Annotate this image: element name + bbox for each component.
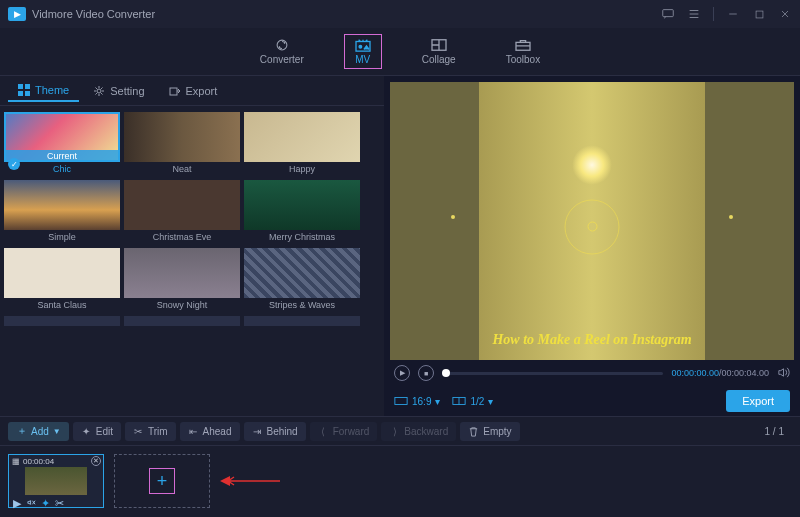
add-button[interactable]: ＋ Add ▼ xyxy=(8,422,69,441)
svg-rect-1 xyxy=(756,11,763,18)
chevron-down-icon: ▼ xyxy=(53,427,61,436)
clip-remove-icon[interactable]: ✕ xyxy=(91,456,101,466)
theme-happy-label: Happy xyxy=(244,162,360,178)
play-button[interactable]: ▶ xyxy=(394,365,410,381)
theme-chic-label: Chic xyxy=(4,162,120,178)
ahead-button[interactable]: ⇤ Ahead xyxy=(180,422,240,441)
forward-label: Forward xyxy=(333,426,370,437)
theme-merry-christmas-label: Merry Christmas xyxy=(244,230,360,246)
trim-button[interactable]: ✂ Trim xyxy=(125,422,176,441)
nav-collage-label: Collage xyxy=(422,54,456,65)
subtabs: Theme Setting Export xyxy=(0,76,384,106)
collage-icon xyxy=(430,38,448,52)
export-button[interactable]: Export xyxy=(726,390,790,412)
theme-chic-thumb: Current xyxy=(4,112,120,162)
main-nav: Converter MV Collage Toolbox xyxy=(0,28,800,76)
subtab-export-label: Export xyxy=(186,85,218,97)
aspect-ratio-selector[interactable]: 16:9 ▾ xyxy=(394,396,440,407)
svg-rect-10 xyxy=(25,91,30,96)
trash-icon xyxy=(468,426,479,437)
stop-button[interactable]: ■ xyxy=(418,365,434,381)
theme-merry-christmas[interactable]: Merry Christmas xyxy=(244,180,360,246)
clip-effect-icon[interactable]: ✦ xyxy=(41,497,50,506)
theme-simple-thumb xyxy=(4,180,120,230)
theme-stripes-thumb xyxy=(244,248,360,298)
theme-merry-christmas-thumb xyxy=(244,180,360,230)
forward-icon: ⟨ xyxy=(318,426,329,437)
view-icon xyxy=(452,396,466,406)
seek-bar[interactable] xyxy=(442,372,663,375)
theme-santa-thumb xyxy=(4,248,120,298)
backward-button[interactable]: ⟩ Backward xyxy=(381,422,456,441)
film-icon: ▦ xyxy=(12,457,20,466)
nav-mv-label: MV xyxy=(355,54,370,65)
titlebar: ▶ Vidmore Video Converter xyxy=(0,0,800,28)
view-selector[interactable]: 1/2 ▾ xyxy=(452,396,493,407)
app-logo-icon: ▶ xyxy=(8,7,26,21)
aspect-value: 16:9 xyxy=(412,396,431,407)
left-panel: Theme Setting Export Current ✓ Chic xyxy=(0,76,384,416)
theme-snowy[interactable]: Snowy Night xyxy=(124,248,240,314)
theme-happy-thumb xyxy=(244,112,360,162)
theme-neat-thumb xyxy=(124,112,240,162)
theme-santa[interactable]: Santa Claus xyxy=(4,248,120,314)
behind-label: Behind xyxy=(267,426,298,437)
seek-handle[interactable] xyxy=(442,369,450,377)
time-total: 00:00:04.00 xyxy=(721,368,769,378)
annotation-arrow-icon xyxy=(220,475,280,487)
theme-grid: Current ✓ Chic Neat Happy Simple xyxy=(0,106,384,416)
timeline-clip[interactable]: ▦ 00:00:04 ✕ ▶ ✦ ✂ xyxy=(8,454,104,508)
timeline: ▦ 00:00:04 ✕ ▶ ✦ ✂ + xyxy=(0,446,800,516)
clip-play-icon[interactable]: ▶ xyxy=(13,497,22,506)
add-label: Add xyxy=(31,426,49,437)
theme-snowy-thumb xyxy=(124,248,240,298)
subtab-setting[interactable]: Setting xyxy=(83,81,154,101)
theme-christmas-eve[interactable]: Christmas Eve xyxy=(124,180,240,246)
backward-label: Backward xyxy=(404,426,448,437)
theme-stripes[interactable]: Stripes & Waves xyxy=(244,248,360,314)
close-icon[interactable] xyxy=(778,7,792,21)
theme-neat[interactable]: Neat xyxy=(124,112,240,178)
clip-mute-icon[interactable] xyxy=(27,497,36,506)
theme-more-2[interactable] xyxy=(124,316,240,326)
theme-happy[interactable]: Happy xyxy=(244,112,360,178)
preview-controls: ▶ ■ 00:00:00.00/00:00:04.00 xyxy=(384,360,800,386)
minimize-icon[interactable] xyxy=(726,7,740,21)
theme-simple[interactable]: Simple xyxy=(4,180,120,246)
time-current: 00:00:00.00 xyxy=(671,368,719,378)
edit-button[interactable]: ✦ Edit xyxy=(73,422,121,441)
theme-chic[interactable]: Current ✓ Chic xyxy=(4,112,120,178)
theme-neat-label: Neat xyxy=(124,162,240,178)
nav-toolbox-label: Toolbox xyxy=(506,54,540,65)
behind-button[interactable]: ⇥ Behind xyxy=(244,422,306,441)
subtab-theme[interactable]: Theme xyxy=(8,80,79,102)
theme-more-3[interactable] xyxy=(244,316,360,326)
chevron-down-icon: ▾ xyxy=(435,396,440,407)
volume-icon[interactable] xyxy=(777,366,790,381)
nav-toolbox[interactable]: Toolbox xyxy=(496,34,550,69)
forward-button[interactable]: ⟨ Forward xyxy=(310,422,378,441)
preview-viewport[interactable]: How to Make a Reel on Instagram xyxy=(390,82,794,360)
empty-button[interactable]: Empty xyxy=(460,422,519,441)
preview-dot xyxy=(729,215,733,219)
divider xyxy=(713,7,714,21)
subtab-export[interactable]: Export xyxy=(159,81,228,101)
svg-rect-7 xyxy=(18,84,23,89)
nav-collage[interactable]: Collage xyxy=(412,34,466,69)
theme-more-1[interactable] xyxy=(4,316,120,326)
nav-mv[interactable]: MV xyxy=(344,34,382,69)
add-clip-slot[interactable]: + xyxy=(114,454,210,508)
gear-icon xyxy=(93,85,105,97)
toolbox-icon xyxy=(514,38,532,52)
svg-rect-0 xyxy=(663,10,674,17)
maximize-icon[interactable] xyxy=(752,7,766,21)
clip-duration: 00:00:04 xyxy=(23,457,54,466)
mv-icon xyxy=(354,38,372,52)
feedback-icon[interactable] xyxy=(661,7,675,21)
timeline-toolbar: ＋ Add ▼ ✦ Edit ✂ Trim ⇤ Ahead ⇥ Behind ⟨… xyxy=(0,416,800,446)
nav-converter[interactable]: Converter xyxy=(250,34,314,69)
theme-santa-label: Santa Claus xyxy=(4,298,120,314)
menu-icon[interactable] xyxy=(687,7,701,21)
preview-dot xyxy=(451,215,455,219)
clip-trim-icon[interactable]: ✂ xyxy=(55,497,64,506)
